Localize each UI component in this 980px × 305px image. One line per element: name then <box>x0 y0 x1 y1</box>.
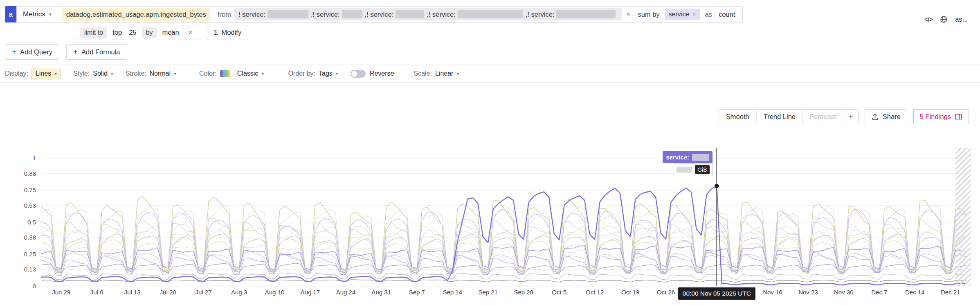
filter-segment[interactable]: ,! service: <box>365 10 427 18</box>
svg-text:Jul 27: Jul 27 <box>195 289 211 296</box>
style-dropdown[interactable]: Solid ▾ <box>93 70 113 77</box>
limit-by-pill[interactable]: by <box>142 27 157 38</box>
svg-text:Sep 7: Sep 7 <box>409 289 425 296</box>
filter-input[interactable]: ! service:,! service:,! service:,! servi… <box>234 8 622 20</box>
style-label: Style: <box>73 70 90 77</box>
add-formula-button[interactable]: + Add Formula <box>66 44 127 60</box>
tooltip-body: GiB <box>674 163 713 176</box>
palette-icon <box>220 70 230 77</box>
display-options-row: Display: Lines ▾ Style: Solid ▾ Stroke: … <box>5 65 980 82</box>
redacted-value <box>342 10 362 18</box>
svg-text:Aug 24: Aug 24 <box>336 289 356 296</box>
redacted-value <box>396 10 424 18</box>
svg-text:Oct 26: Oct 26 <box>657 289 675 296</box>
svg-text:Aug 17: Aug 17 <box>301 289 320 296</box>
query-letter-badge[interactable]: a <box>5 6 16 22</box>
limit-count-input[interactable]: 25 <box>127 29 138 36</box>
filter-segment[interactable]: ,! service: <box>311 10 365 18</box>
display-type-dropdown[interactable]: Lines ▾ <box>31 68 61 79</box>
filter-segment[interactable]: ,! service: <box>427 10 526 18</box>
chevron-down-icon: ▾ <box>49 11 52 17</box>
from-label: from <box>218 11 231 18</box>
svg-text:Sep 28: Sep 28 <box>514 289 533 296</box>
display-label: Display: <box>5 70 28 77</box>
svg-text:0.38: 0.38 <box>24 234 36 241</box>
clear-filters-icon[interactable]: × <box>626 10 630 18</box>
aggregator-dropdown[interactable]: count <box>719 11 735 18</box>
trend-line-button[interactable]: Trend Line <box>756 110 802 124</box>
color-palette-dropdown[interactable]: Classic ▾ <box>220 70 264 77</box>
svg-text:Dec 21: Dec 21 <box>941 289 960 296</box>
stroke-option: Stroke: Normal ▾ <box>126 70 176 77</box>
group-by-service-chip[interactable]: service × <box>665 9 700 20</box>
svg-text:Jul 20: Jul 20 <box>160 289 176 296</box>
filter-label: ,! service: <box>526 11 555 18</box>
chevron-down-icon: ▾ <box>111 71 113 76</box>
chart-card: Smooth Trend Line Forecast + Share 5 Fin… <box>0 83 980 305</box>
redacted-value <box>267 10 308 18</box>
limit-agg-dropdown[interactable]: mean <box>160 29 180 36</box>
forecast-button[interactable]: Forecast <box>802 110 843 124</box>
svg-text:0.13: 0.13 <box>24 266 36 273</box>
limit-top-dropdown[interactable]: top <box>111 29 124 36</box>
share-icon <box>871 113 879 121</box>
chart-mode-segmented-control: Smooth Trend Line Forecast + <box>719 109 859 124</box>
share-button[interactable]: Share <box>865 109 907 124</box>
chart-series-service-10 <box>41 252 966 274</box>
svg-text:Sep 21: Sep 21 <box>478 289 498 296</box>
svg-text:0: 0 <box>33 283 36 289</box>
globe-icon[interactable] <box>940 15 948 24</box>
chart-series-service-09 <box>41 263 966 274</box>
order-by-option: Order by: Tags ▾ <box>288 70 338 77</box>
chart-series-service-06 <box>41 233 966 274</box>
remove-limit-icon[interactable]: × <box>189 29 193 37</box>
code-editor-icon[interactable]: </> <box>924 16 933 23</box>
scale-option: Scale: Linear ▾ <box>414 70 459 77</box>
tooltip-series-label: service: <box>666 154 689 161</box>
sum-by-label: sum by <box>638 11 659 18</box>
svg-text:0.88: 0.88 <box>24 170 36 177</box>
chevron-down-icon: ▾ <box>174 71 176 76</box>
filter-segment[interactable]: ! service: <box>238 10 311 18</box>
svg-text:Sep 14: Sep 14 <box>443 289 463 296</box>
metrics-source-dropdown[interactable]: Metrics ▾ <box>17 7 58 22</box>
findings-label: 5 Findings <box>920 113 951 121</box>
filter-label: ,! service: <box>427 11 456 18</box>
metrics-explorer: a Metrics ▾ datadog.estimated_usage.apm.… <box>0 6 980 305</box>
chevron-down-icon: ▾ <box>336 71 338 76</box>
filter-segment[interactable]: ,! service: <box>526 10 618 18</box>
chevron-down-icon: ▾ <box>54 71 57 76</box>
svg-text:1: 1 <box>33 155 36 161</box>
add-overlay-button[interactable]: + <box>843 110 858 124</box>
scale-dropdown[interactable]: Linear ▾ <box>435 70 459 77</box>
cursor-time-tooltip: 00:00 Nov 05 2025 UTC <box>678 287 755 300</box>
series-hover-tooltip: service: GiB <box>663 151 713 176</box>
modify-button[interactable]: Σ Modify <box>207 25 249 40</box>
plus-icon: + <box>12 47 16 56</box>
svg-text:0.75: 0.75 <box>24 186 36 193</box>
chart-series-service-15 <box>41 280 966 282</box>
smooth-button[interactable]: Smooth <box>719 110 756 124</box>
metric-name-input[interactable]: datadog.estimated_usage.apm.ingested_byt… <box>62 8 210 21</box>
svg-text:Aug 10: Aug 10 <box>265 289 285 296</box>
add-query-button[interactable]: + Add Query <box>5 44 59 60</box>
style-option: Style: Solid ▾ <box>73 70 113 77</box>
chart-series-service-11 <box>41 252 966 275</box>
svg-text:Oct 12: Oct 12 <box>586 289 604 296</box>
group-by-service-label: service <box>669 11 690 18</box>
stroke-dropdown[interactable]: Normal ▾ <box>150 70 177 77</box>
svg-text:0.25: 0.25 <box>24 251 36 258</box>
svg-text:Dec 14: Dec 14 <box>905 289 925 296</box>
reverse-toggle[interactable] <box>351 70 366 78</box>
limit-to-pill[interactable]: limit to <box>80 27 107 38</box>
svg-text:0.5: 0.5 <box>27 219 36 226</box>
findings-button[interactable]: 5 Findings <box>913 109 969 124</box>
remove-group-icon[interactable]: × <box>692 11 696 18</box>
filter-label: ! service: <box>238 11 265 18</box>
display-option: Display: Lines ▾ <box>5 68 61 79</box>
query-row: a Metrics ▾ datadog.estimated_usage.apm.… <box>5 6 980 22</box>
order-by-dropdown[interactable]: Tags ▾ <box>319 70 338 77</box>
add-query-label: Add Query <box>20 48 52 56</box>
query-container: Metrics ▾ datadog.estimated_usage.apm.in… <box>16 6 743 22</box>
add-formula-label: Add Formula <box>81 48 120 56</box>
